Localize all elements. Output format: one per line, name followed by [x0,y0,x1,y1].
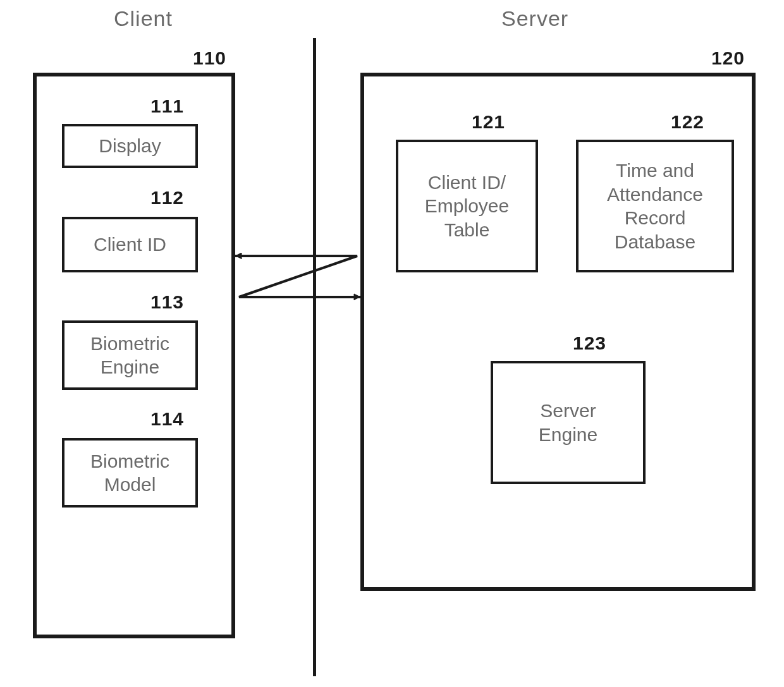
display-ref: 111 [150,95,184,117]
biometric-engine-box: Biometric Engine [62,320,198,390]
server-engine-label: Server Engine [539,399,597,446]
time-db-label: Time and Attendance Record Database [607,159,703,253]
client-table-ref: 121 [472,111,505,133]
biometric-model-label: Biometric Model [90,449,169,497]
display-label: Display [99,134,161,158]
client-header: Client [114,6,173,31]
biometric-model-box: Biometric Model [62,438,198,508]
biometric-model-ref: 114 [150,408,184,430]
diagram-canvas: Client Server 110 111 Display 112 Client… [0,0,784,687]
server-engine-ref: 123 [573,332,606,354]
server-header: Server [501,6,568,31]
time-db-box: Time and Attendance Record Database [576,140,734,272]
vertical-divider [313,38,316,676]
display-box: Display [62,124,198,168]
zigzag-connector-icon [234,253,364,329]
time-db-ref: 122 [671,111,704,133]
client-table-box: Client ID/ Employee Table [396,140,538,272]
biometric-engine-label: Biometric Engine [90,332,169,379]
client-box-ref: 110 [193,47,226,69]
client-box: 111 Display 112 Client ID 113 Biometric … [33,73,235,638]
server-box-ref: 120 [711,47,745,69]
client-id-label: Client ID [94,233,166,257]
client-id-ref: 112 [150,187,184,209]
client-id-box: Client ID [62,217,198,272]
server-box: 121 Client ID/ Employee Table 122 Time a… [360,73,756,591]
client-table-label: Client ID/ Employee Table [425,171,509,242]
server-engine-box: Server Engine [491,361,646,484]
biometric-engine-ref: 113 [150,291,184,313]
